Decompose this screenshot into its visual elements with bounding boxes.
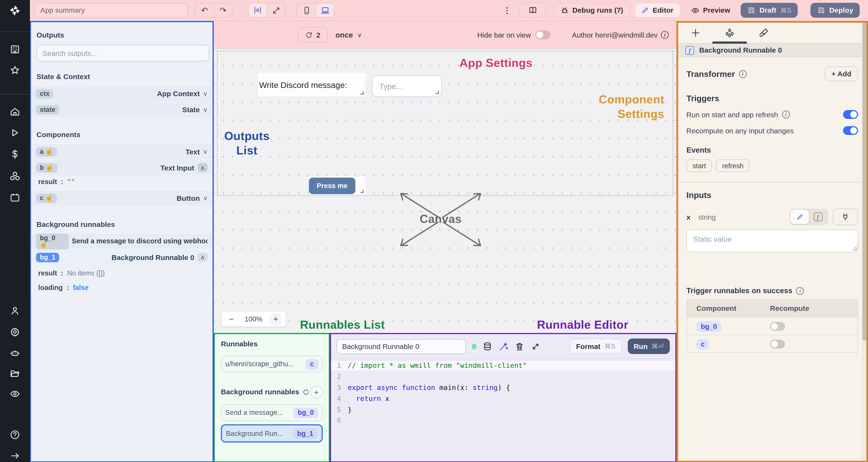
billing-icon[interactable] — [9, 149, 21, 160]
text-component-discord-label[interactable]: Write Discord message: — [258, 73, 365, 96]
output-row-b[interactable]: b ☝ Text Input ∧ — [31, 159, 213, 175]
runnable-item-bg0[interactable]: Send a message... bg_0 — [221, 404, 323, 421]
search-outputs-input[interactable] — [37, 45, 209, 61]
chevron-down-icon[interactable]: ∨ — [203, 90, 208, 97]
fullscreen-button[interactable] — [267, 3, 285, 17]
info-icon[interactable]: i — [796, 287, 804, 295]
button-component-card[interactable]: Press me — [309, 176, 365, 195]
chevron-up-icon[interactable]: ∧ — [198, 163, 208, 172]
runnable-name-input[interactable] — [337, 339, 466, 354]
bg1-loading-row[interactable]: loading : false — [31, 281, 213, 296]
favorites-star-icon[interactable] — [9, 65, 21, 76]
workers-robot-icon[interactable] — [9, 348, 21, 358]
expand-editor-icon[interactable] — [530, 341, 541, 352]
info-icon[interactable]: i — [661, 31, 669, 39]
output-row-ctx[interactable]: ctx App Context ∨ — [31, 85, 213, 101]
cache-database-icon[interactable] — [482, 341, 493, 352]
code-line[interactable]: 1// import * as wmill from "windmill-cli… — [331, 360, 676, 371]
ai-wand-icon[interactable] — [498, 341, 509, 352]
redo-button[interactable]: ↷ — [214, 3, 232, 17]
output-row-state[interactable]: state State ∨ — [31, 101, 213, 117]
connect-input-button[interactable] — [833, 209, 858, 225]
settings-gear-icon[interactable] — [9, 327, 21, 337]
format-button[interactable]: Format⌘S — [569, 338, 622, 354]
debug-runs-button[interactable]: Debug runs (7) — [554, 3, 630, 18]
folders-icon[interactable] — [9, 368, 21, 379]
code-line[interactable]: 2 — [331, 371, 676, 382]
output-row-bg1[interactable]: bg_1 Background Runnable 0 ∧ — [31, 249, 213, 265]
code-line[interactable]: 3export async function main(x: string) { — [331, 382, 676, 393]
bg1-result-row[interactable]: result : No items ([]) — [31, 265, 213, 281]
expr-input-mode-button[interactable]: f — [809, 209, 827, 224]
run-button[interactable]: Run⌘⏎ — [627, 338, 670, 354]
mobile-view-button[interactable] — [297, 3, 315, 17]
resize-handle[interactable] — [361, 190, 364, 193]
add-background-runnable-button[interactable]: + — [310, 386, 323, 398]
static-input-mode-button[interactable] — [790, 209, 809, 224]
tab-preview[interactable]: Preview — [684, 3, 737, 18]
event-refresh-badge[interactable]: refresh — [716, 159, 750, 172]
tab-editor[interactable]: Editor — [634, 3, 680, 18]
refresh-count-button[interactable]: 2 — [298, 27, 328, 42]
press-me-button[interactable]: Press me — [309, 177, 355, 194]
zoom-in-button[interactable]: + — [270, 313, 282, 325]
deploy-button[interactable]: Deploy — [810, 3, 860, 18]
static-value-input[interactable] — [686, 230, 858, 252]
app-drop-zone[interactable] — [217, 51, 673, 196]
event-start-badge[interactable]: start — [686, 159, 712, 172]
code-line[interactable]: 4 return x — [331, 393, 676, 404]
zoom-out-button[interactable]: − — [225, 313, 238, 325]
scrollbar-thumb[interactable] — [862, 23, 866, 341]
info-icon[interactable]: i — [739, 70, 747, 78]
tab-styling-brush-icon[interactable] — [758, 28, 769, 38]
output-row-a[interactable]: a ☝ Text ∨ — [31, 143, 213, 159]
right-panel-scrollbar[interactable] — [862, 23, 866, 461]
add-transformer-button[interactable]: + Add — [825, 66, 858, 81]
chevron-down-icon[interactable]: ∨ — [203, 106, 208, 113]
chevron-down-icon[interactable]: ∨ — [203, 148, 208, 155]
output-row-bg0[interactable]: bg_0 ☝ Send a message to discord using w… — [31, 233, 213, 249]
windmill-logo[interactable] — [0, 0, 30, 21]
refresh-mode-dropdown[interactable]: once ∨ — [336, 27, 362, 42]
tab-components-icon[interactable] — [724, 27, 735, 38]
resources-icon[interactable] — [9, 170, 21, 182]
textinput-component[interactable] — [372, 75, 442, 97]
chevron-up-icon[interactable]: ∧ — [198, 253, 208, 262]
delete-trash-icon[interactable] — [514, 341, 525, 352]
runnable-item-scrape-github[interactable]: u/henri/scrape_githu... c — [221, 356, 323, 372]
collapse-arrow-icon[interactable] — [9, 450, 21, 461]
resize-handle[interactable] — [361, 91, 364, 95]
recompute-toggle[interactable] — [770, 339, 785, 348]
b-result-row[interactable]: result : "" — [31, 175, 213, 190]
schedules-icon[interactable] — [9, 192, 21, 203]
users-icon[interactable] — [9, 305, 21, 317]
more-menu-button[interactable]: ⋮ — [503, 3, 511, 18]
desktop-view-button[interactable] — [315, 3, 334, 17]
component-badge[interactable]: bg_0 — [696, 322, 721, 332]
chevron-down-icon[interactable]: ∨ — [203, 194, 208, 202]
component-badge[interactable]: c — [696, 339, 709, 350]
workspace-icon[interactable] — [9, 44, 21, 55]
runs-icon[interactable] — [9, 127, 21, 138]
tab-insert-plus-icon[interactable] — [690, 28, 701, 38]
code-editor[interactable]: 1// import * as wmill from "windmill-cli… — [331, 358, 676, 426]
docs-button[interactable] — [519, 3, 546, 18]
undo-button[interactable]: ↶ — [195, 3, 214, 17]
code-line[interactable]: 6 — [331, 415, 676, 426]
resize-handle[interactable] — [436, 91, 439, 94]
output-row-c[interactable]: c ☝ Button ∨ — [31, 190, 213, 206]
code-line[interactable]: 5} — [331, 404, 676, 415]
draft-button[interactable]: Draft ⌘S — [741, 3, 798, 18]
app-summary-input[interactable] — [34, 3, 188, 18]
help-icon[interactable] — [9, 429, 21, 440]
runnable-item-bg1-selected[interactable]: Background Run... bg_1 — [221, 424, 323, 442]
recompute-toggle[interactable] — [843, 126, 858, 135]
hide-bar-toggle[interactable] — [535, 31, 550, 39]
run-on-start-toggle[interactable] — [843, 110, 858, 119]
centered-layout-button[interactable] — [249, 3, 267, 17]
audit-eye-icon[interactable] — [9, 388, 21, 399]
info-icon[interactable]: i — [782, 111, 790, 119]
recompute-toggle[interactable] — [770, 322, 785, 330]
canvas-area[interactable]: App Settings ComponentSettings OutputsLi… — [214, 48, 676, 333]
home-icon[interactable] — [9, 106, 21, 117]
